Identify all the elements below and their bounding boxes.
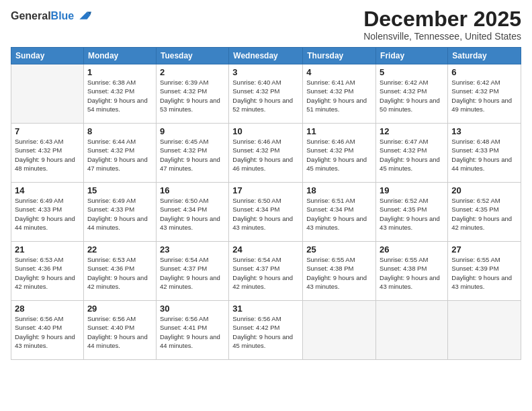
day-info: Sunrise: 6:40 AMSunset: 4:32 PMDaylight:…: [232, 78, 299, 113]
day-info: Sunrise: 6:38 AMSunset: 4:32 PMDaylight:…: [87, 78, 152, 113]
day-cell: 11Sunrise: 6:46 AMSunset: 4:32 PMDayligh…: [303, 124, 376, 183]
day-header: Thursday: [303, 48, 376, 64]
day-cell: 21Sunrise: 6:53 AMSunset: 4:36 PMDayligh…: [11, 242, 84, 301]
day-cell: 26Sunrise: 6:55 AMSunset: 4:38 PMDayligh…: [376, 242, 448, 301]
day-number: 6: [451, 67, 517, 77]
day-number: 16: [160, 185, 225, 195]
day-info: Sunrise: 6:49 AMSunset: 4:33 PMDaylight:…: [87, 196, 152, 232]
day-info: Sunrise: 6:47 AMSunset: 4:32 PMDaylight:…: [380, 137, 444, 173]
day-number: 17: [232, 185, 299, 195]
logo: GeneralBlue: [11, 8, 91, 24]
logo-general-text: General: [11, 10, 51, 21]
day-info: Sunrise: 6:56 AMSunset: 4:40 PMDaylight:…: [87, 314, 152, 350]
day-info: Sunrise: 6:53 AMSunset: 4:36 PMDaylight:…: [15, 255, 80, 291]
day-cell: 8Sunrise: 6:44 AMSunset: 4:32 PMDaylight…: [83, 124, 156, 183]
day-cell: 29Sunrise: 6:56 AMSunset: 4:40 PMDayligh…: [83, 301, 156, 360]
day-info: Sunrise: 6:52 AMSunset: 4:35 PMDaylight:…: [380, 196, 444, 232]
day-header: Wednesday: [229, 48, 303, 64]
day-number: 8: [87, 126, 152, 136]
title-block: December 2025 Nolensville, Tennessee, Un…: [363, 8, 521, 42]
day-info: Sunrise: 6:53 AMSunset: 4:36 PMDaylight:…: [87, 255, 152, 291]
day-cell: 20Sunrise: 6:52 AMSunset: 4:35 PMDayligh…: [448, 183, 521, 242]
day-number: 21: [15, 244, 80, 255]
day-number: 30: [160, 304, 225, 314]
day-number: 3: [232, 67, 299, 77]
day-number: 22: [87, 244, 152, 255]
header: GeneralBlue December 2025 Nolensville, T…: [11, 8, 521, 42]
day-cell: [303, 301, 376, 360]
day-header: Friday: [376, 48, 448, 64]
day-info: Sunrise: 6:39 AMSunset: 4:32 PMDaylight:…: [160, 78, 225, 113]
week-row: 21Sunrise: 6:53 AMSunset: 4:36 PMDayligh…: [11, 242, 521, 301]
day-info: Sunrise: 6:49 AMSunset: 4:33 PMDaylight:…: [15, 196, 80, 232]
day-cell: 12Sunrise: 6:47 AMSunset: 4:32 PMDayligh…: [376, 124, 448, 183]
day-info: Sunrise: 6:42 AMSunset: 4:32 PMDaylight:…: [451, 78, 517, 113]
day-cell: 23Sunrise: 6:54 AMSunset: 4:37 PMDayligh…: [156, 242, 228, 301]
day-number: 25: [306, 244, 372, 255]
day-number: 28: [15, 304, 80, 314]
day-number: 12: [380, 126, 444, 136]
day-cell: 18Sunrise: 6:51 AMSunset: 4:34 PMDayligh…: [303, 183, 376, 242]
week-row: 28Sunrise: 6:56 AMSunset: 4:40 PMDayligh…: [11, 301, 521, 360]
day-cell: 1Sunrise: 6:38 AMSunset: 4:32 PMDaylight…: [83, 64, 156, 124]
day-number: 11: [306, 126, 372, 136]
day-info: Sunrise: 6:54 AMSunset: 4:37 PMDaylight:…: [232, 255, 299, 291]
day-number: 29: [87, 304, 152, 314]
day-cell: 28Sunrise: 6:56 AMSunset: 4:40 PMDayligh…: [11, 301, 84, 360]
day-number: 15: [87, 185, 152, 195]
day-number: 31: [232, 304, 299, 314]
day-number: 18: [306, 185, 372, 195]
day-cell: 5Sunrise: 6:42 AMSunset: 4:32 PMDaylight…: [376, 64, 448, 124]
day-header: Monday: [83, 48, 156, 64]
day-number: 24: [232, 244, 299, 255]
day-cell: 9Sunrise: 6:45 AMSunset: 4:32 PMDaylight…: [156, 124, 228, 183]
calendar: SundayMondayTuesdayWednesdayThursdayFrid…: [11, 47, 521, 360]
day-cell: 7Sunrise: 6:43 AMSunset: 4:32 PMDaylight…: [11, 124, 84, 183]
day-header: Sunday: [11, 48, 84, 64]
day-cell: 3Sunrise: 6:40 AMSunset: 4:32 PMDaylight…: [229, 64, 303, 124]
day-number: 9: [160, 126, 225, 136]
day-cell: 13Sunrise: 6:48 AMSunset: 4:33 PMDayligh…: [448, 124, 521, 183]
day-cell: 27Sunrise: 6:55 AMSunset: 4:39 PMDayligh…: [448, 242, 521, 301]
day-info: Sunrise: 6:50 AMSunset: 4:34 PMDaylight:…: [160, 196, 225, 232]
day-cell: 2Sunrise: 6:39 AMSunset: 4:32 PMDaylight…: [156, 64, 228, 124]
week-row: 14Sunrise: 6:49 AMSunset: 4:33 PMDayligh…: [11, 183, 521, 242]
day-header: Saturday: [448, 48, 521, 64]
day-info: Sunrise: 6:48 AMSunset: 4:33 PMDaylight:…: [451, 137, 517, 173]
week-row: 7Sunrise: 6:43 AMSunset: 4:32 PMDaylight…: [11, 124, 521, 183]
day-info: Sunrise: 6:54 AMSunset: 4:37 PMDaylight:…: [160, 255, 225, 291]
day-cell: 14Sunrise: 6:49 AMSunset: 4:33 PMDayligh…: [11, 183, 84, 242]
page: GeneralBlue December 2025 Nolensville, T…: [0, 0, 532, 411]
day-info: Sunrise: 6:41 AMSunset: 4:32 PMDaylight:…: [306, 78, 372, 113]
day-info: Sunrise: 6:56 AMSunset: 4:42 PMDaylight:…: [232, 314, 299, 350]
day-info: Sunrise: 6:55 AMSunset: 4:38 PMDaylight:…: [306, 255, 372, 291]
day-header: Tuesday: [156, 48, 228, 64]
day-cell: 15Sunrise: 6:49 AMSunset: 4:33 PMDayligh…: [83, 183, 156, 242]
logo-blue-text: Blue: [51, 10, 75, 21]
day-info: Sunrise: 6:55 AMSunset: 4:38 PMDaylight:…: [380, 255, 444, 291]
day-number: 13: [451, 126, 517, 136]
day-number: 2: [160, 67, 225, 77]
day-info: Sunrise: 6:52 AMSunset: 4:35 PMDaylight:…: [451, 196, 517, 232]
day-number: 19: [380, 185, 444, 195]
logo-text: GeneralBlue: [11, 10, 74, 22]
day-info: Sunrise: 6:46 AMSunset: 4:32 PMDaylight:…: [232, 137, 299, 173]
header-row: SundayMondayTuesdayWednesdayThursdayFrid…: [11, 48, 521, 64]
day-number: 23: [160, 244, 225, 255]
day-cell: 19Sunrise: 6:52 AMSunset: 4:35 PMDayligh…: [376, 183, 448, 242]
day-cell: 22Sunrise: 6:53 AMSunset: 4:36 PMDayligh…: [83, 242, 156, 301]
day-cell: 25Sunrise: 6:55 AMSunset: 4:38 PMDayligh…: [303, 242, 376, 301]
day-number: 4: [306, 67, 372, 77]
day-info: Sunrise: 6:55 AMSunset: 4:39 PMDaylight:…: [451, 255, 517, 291]
logo-icon: [75, 8, 91, 24]
day-cell: [448, 301, 521, 360]
day-info: Sunrise: 6:45 AMSunset: 4:32 PMDaylight:…: [160, 137, 225, 173]
day-info: Sunrise: 6:44 AMSunset: 4:32 PMDaylight:…: [87, 137, 152, 173]
day-info: Sunrise: 6:56 AMSunset: 4:41 PMDaylight:…: [160, 314, 225, 350]
day-number: 20: [451, 185, 517, 195]
day-info: Sunrise: 6:50 AMSunset: 4:34 PMDaylight:…: [232, 196, 299, 232]
logo-general: GeneralBlue: [11, 10, 74, 22]
day-cell: 24Sunrise: 6:54 AMSunset: 4:37 PMDayligh…: [229, 242, 303, 301]
day-info: Sunrise: 6:56 AMSunset: 4:40 PMDaylight:…: [15, 314, 80, 350]
day-number: 1: [87, 67, 152, 77]
